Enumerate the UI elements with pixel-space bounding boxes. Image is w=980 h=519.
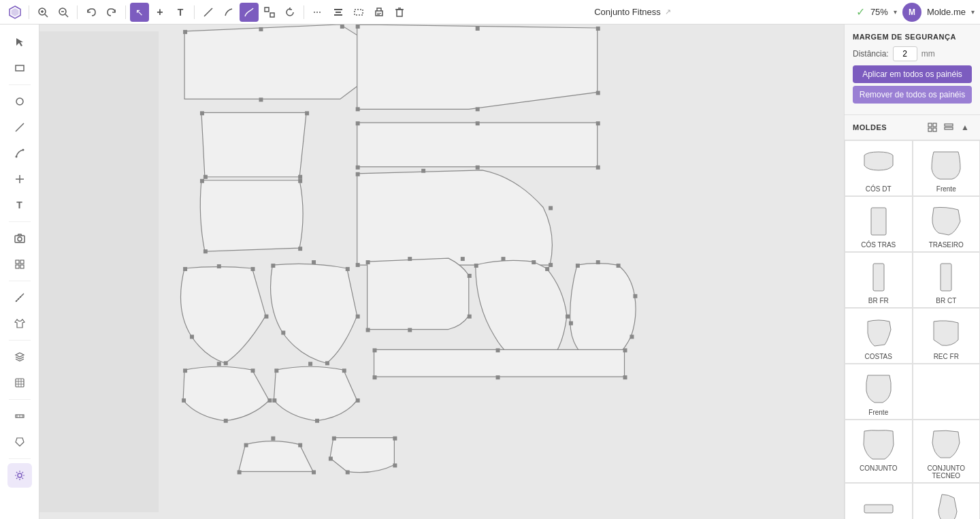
mold-conjunto-tecneo-label: CONJUNTO TECNEO (916, 465, 977, 479)
zoom-chevron-icon[interactable]: ▾ (894, 8, 897, 16)
svg-rect-111 (630, 334, 634, 339)
svg-rect-55 (259, 97, 263, 101)
sidebar-camera-tool[interactable] (7, 226, 32, 251)
mold-conjunto-tecneo[interactable]: CONJUNTO TECNEO (913, 420, 981, 483)
svg-rect-81 (183, 267, 187, 271)
curve-tool-icon[interactable] (240, 3, 259, 22)
user-name[interactable]: Molde.me (927, 7, 966, 17)
mold-blank[interactable] (913, 364, 981, 420)
zoom-in-icon[interactable] (33, 3, 52, 22)
svg-rect-138 (393, 437, 397, 441)
line-tool-icon[interactable] (199, 3, 218, 22)
add-tool-icon[interactable]: + (150, 3, 169, 22)
svg-rect-103 (545, 267, 549, 271)
apply-all-button[interactable]: Aplicar em todos os painéis (853, 65, 972, 83)
sidebar-pen-tool[interactable] (7, 141, 32, 166)
svg-rect-74 (298, 247, 302, 251)
zoom-value[interactable]: 75% (870, 7, 888, 17)
svg-rect-126 (373, 348, 377, 352)
dash-tool1[interactable] (308, 3, 327, 22)
delete-icon[interactable] (390, 3, 409, 22)
svg-rect-53 (340, 25, 344, 29)
mold-frente2[interactable]: Frente (845, 364, 913, 420)
sidebar-cursor-tool[interactable] (7, 30, 32, 54)
distance-input[interactable] (893, 46, 917, 61)
svg-rect-90 (356, 315, 360, 319)
user-menu-chevron[interactable]: ▾ (971, 8, 975, 16)
svg-rect-56 (356, 25, 360, 29)
svg-rect-98 (408, 328, 412, 332)
logo-icon[interactable] (5, 3, 24, 22)
sidebar-garment-tool[interactable] (7, 311, 32, 336)
sidebar-line-tool[interactable] (7, 115, 32, 140)
svg-rect-34 (16, 265, 19, 268)
svg-rect-130 (496, 375, 500, 379)
svg-rect-84 (264, 315, 268, 319)
mold-frente1[interactable]: Frente (913, 140, 981, 196)
print-icon[interactable] (370, 3, 389, 22)
sidebar-add-point[interactable] (7, 167, 32, 191)
svg-rect-102 (532, 260, 536, 264)
mold-br-fr-thumb (858, 258, 899, 296)
svg-rect-58 (596, 27, 600, 31)
pattern-canvas[interactable]: .piece { fill: #f0f0f0; stroke: #888; st… (39, 25, 844, 519)
mold-leg[interactable] (913, 483, 981, 519)
sidebar-settings-tool[interactable] (7, 463, 32, 488)
svg-rect-127 (496, 348, 500, 352)
text-tool-icon[interactable]: T (171, 3, 190, 22)
refresh-icon[interactable] (280, 3, 299, 22)
mold-br-ct[interactable]: BR CT (913, 252, 981, 308)
svg-rect-71 (356, 166, 360, 170)
sidebar-layers-tool[interactable] (7, 345, 32, 369)
sidebar-circle-tool[interactable] (7, 89, 32, 114)
svg-rect-96 (468, 274, 472, 278)
undo-icon[interactable] (82, 3, 101, 22)
zoom-out-icon[interactable] (54, 3, 73, 22)
sidebar-grid-tool[interactable] (7, 252, 32, 277)
mold-conjunto[interactable]: CONJUNTO (845, 420, 913, 483)
toolbar-right: ✓ 75% ▾ M Molde.me ▾ (856, 3, 975, 22)
svg-line-25 (16, 123, 24, 131)
sidebar-pattern-tool[interactable] (7, 430, 32, 454)
redo-icon[interactable] (102, 3, 121, 22)
cursor-tool-icon[interactable]: ↖ (130, 3, 149, 22)
sidebar-measure-tool[interactable] (7, 285, 32, 310)
canvas-area[interactable]: .piece { fill: #f0f0f0; stroke: #888; st… (39, 25, 844, 519)
sidebar-seam-tool[interactable] (7, 404, 32, 428)
external-link-icon[interactable]: ↗ (665, 7, 671, 16)
svg-rect-15 (334, 14, 342, 16)
sidebar-text-tool[interactable]: T (7, 193, 32, 217)
mold-conjunto-thumb (858, 426, 899, 463)
svg-rect-141 (329, 457, 333, 461)
moldes-list-view-icon[interactable] (942, 121, 956, 134)
pen-tool-icon[interactable] (219, 3, 238, 22)
align-icon[interactable] (329, 3, 348, 22)
svg-rect-150 (941, 264, 951, 291)
user-avatar[interactable]: M (902, 3, 921, 22)
svg-rect-61 (356, 107, 360, 111)
sep2 (77, 5, 78, 19)
sidebar-sep3 (9, 281, 31, 281)
rect-select-icon[interactable] (349, 3, 368, 22)
remove-all-button[interactable]: Remover de todos os painéis (853, 86, 972, 104)
svg-marker-1 (12, 8, 19, 16)
mold-br-fr-label: BR FR (868, 297, 889, 304)
mold-br-fr[interactable]: BR FR (845, 252, 913, 308)
mold-cos-dt[interactable]: CÓS DT (845, 140, 913, 196)
mold-rec-fr[interactable]: REC FR (913, 308, 981, 364)
mold-cos-tras[interactable]: CÓS TRAS (845, 196, 913, 252)
svg-rect-113 (569, 321, 573, 326)
moldes-collapse-icon[interactable]: ▲ (958, 121, 972, 134)
svg-rect-139 (393, 463, 397, 467)
edit-nodes-icon[interactable] (260, 3, 279, 22)
main-layout: T (0, 25, 980, 519)
mold-costas[interactable]: COSTAS (845, 308, 913, 364)
sidebar-rect-tool[interactable] (7, 56, 32, 80)
svg-rect-124 (315, 419, 319, 423)
mold-bottom-blank[interactable] (845, 483, 913, 519)
svg-rect-151 (864, 505, 893, 513)
sidebar-fabric-tool[interactable] (7, 371, 32, 395)
mold-frente2-label: Frente (868, 409, 888, 416)
moldes-grid-view-icon[interactable] (926, 121, 939, 134)
mold-traseiro[interactable]: TRASEIRO (913, 196, 981, 252)
